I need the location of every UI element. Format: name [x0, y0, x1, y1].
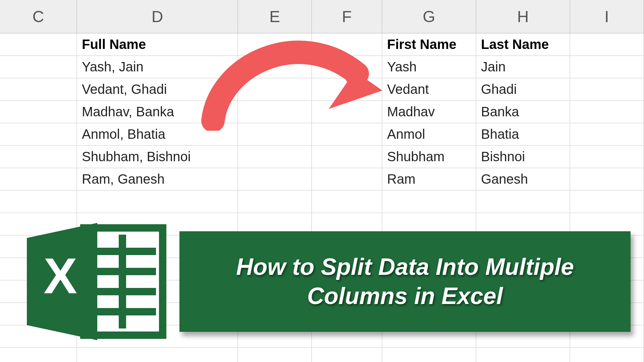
cell[interactable]	[312, 78, 382, 101]
cell-last-name[interactable]: Ghadi	[476, 78, 570, 101]
cell-full-name[interactable]: Ram, Ganesh	[77, 168, 238, 191]
cell[interactable]	[238, 34, 312, 56]
svg-text:X: X	[44, 248, 77, 304]
column-header-H[interactable]: H	[476, 0, 570, 33]
column-header-D[interactable]: D	[77, 0, 238, 33]
cell-first-name[interactable]: Vedant	[382, 78, 476, 101]
cell[interactable]	[382, 191, 476, 213]
cell[interactable]	[312, 191, 382, 213]
cell-last-name[interactable]: Banka	[476, 101, 570, 123]
cell[interactable]	[570, 101, 644, 123]
cell-full-name[interactable]: Vedant, Ghadi	[77, 78, 238, 101]
cell[interactable]	[476, 348, 570, 362]
table-row: Yash, Jain Yash Jain	[0, 56, 644, 78]
cell[interactable]	[238, 56, 312, 78]
cell[interactable]	[312, 146, 382, 168]
cell-first-name[interactable]: Yash	[382, 56, 476, 78]
table-row: Vedant, Ghadi Vedant Ghadi	[0, 78, 644, 101]
excel-logo-icon: X	[17, 218, 168, 345]
cell[interactable]	[570, 123, 644, 146]
cell[interactable]	[312, 101, 382, 123]
cell[interactable]	[382, 348, 476, 362]
column-header-E[interactable]: E	[238, 0, 312, 33]
cell[interactable]	[570, 348, 644, 362]
cell[interactable]	[77, 348, 238, 362]
cell-first-name[interactable]: Anmol	[382, 123, 476, 146]
cell[interactable]	[238, 78, 312, 101]
title-banner: How to Split Data Into Multiple Columns …	[179, 231, 631, 332]
cell[interactable]	[0, 56, 77, 78]
table-row: Anmol, Bhatia Anmol Bhatia	[0, 123, 644, 146]
column-header-F[interactable]: F	[312, 0, 382, 33]
cell[interactable]	[0, 78, 77, 101]
header-first-name[interactable]: First Name	[382, 34, 476, 56]
column-header-G[interactable]: G	[382, 0, 476, 33]
cell[interactable]	[0, 34, 77, 56]
cell[interactable]	[312, 168, 382, 191]
cell[interactable]	[238, 146, 312, 168]
table-row: Ram, Ganesh Ram Ganesh	[0, 168, 644, 191]
cell[interactable]	[238, 191, 312, 213]
cell-full-name[interactable]: Shubham, Bishnoi	[77, 146, 238, 168]
cell-last-name[interactable]: Bhatia	[476, 123, 570, 146]
table-row: Full Name First Name Last Name	[0, 34, 644, 56]
cell[interactable]	[476, 191, 570, 213]
table-row	[0, 348, 644, 362]
cell[interactable]	[238, 101, 312, 123]
cell[interactable]	[0, 348, 77, 362]
cell[interactable]	[570, 168, 644, 191]
column-header-row: C D E F G H I	[0, 0, 644, 34]
cell-first-name[interactable]: Ram	[382, 168, 476, 191]
cell[interactable]	[570, 78, 644, 101]
header-full-name[interactable]: Full Name	[77, 34, 238, 56]
cell-first-name[interactable]: Shubham	[382, 146, 476, 168]
cell-last-name[interactable]: Ganesh	[476, 168, 570, 191]
header-last-name[interactable]: Last Name	[476, 34, 570, 56]
cell[interactable]	[0, 168, 77, 191]
cell[interactable]	[77, 191, 238, 213]
cell[interactable]	[312, 348, 382, 362]
cell-first-name[interactable]: Madhav	[382, 101, 476, 123]
cell[interactable]	[570, 191, 644, 213]
table-row: Madhav, Banka Madhav Banka	[0, 101, 644, 123]
table-row: Shubham, Bishnoi Shubham Bishnoi	[0, 146, 644, 168]
cell-full-name[interactable]: Anmol, Bhatia	[77, 123, 238, 146]
cell[interactable]	[0, 123, 77, 146]
cell[interactable]	[570, 146, 644, 168]
cell-full-name[interactable]: Yash, Jain	[77, 56, 238, 78]
cell-full-name[interactable]: Madhav, Banka	[77, 101, 238, 123]
cell[interactable]	[0, 101, 77, 123]
table-row	[0, 191, 644, 213]
cell[interactable]	[312, 34, 382, 56]
cell[interactable]	[570, 56, 644, 78]
cell[interactable]	[312, 123, 382, 146]
column-header-I[interactable]: I	[570, 0, 644, 33]
cell[interactable]	[238, 348, 312, 362]
cell[interactable]	[238, 123, 312, 146]
cell-last-name[interactable]: Bishnoi	[476, 146, 570, 168]
column-header-C[interactable]: C	[0, 0, 77, 33]
cell[interactable]	[312, 56, 382, 78]
banner-title: How to Split Data Into Multiple Columns …	[193, 252, 617, 311]
cell-last-name[interactable]: Jain	[476, 56, 570, 78]
cell[interactable]	[0, 146, 77, 168]
spreadsheet-view: C D E F G H I Full Name First Name Last …	[0, 0, 644, 362]
cell[interactable]	[0, 191, 77, 213]
cell[interactable]	[238, 168, 312, 191]
cell[interactable]	[570, 34, 644, 56]
